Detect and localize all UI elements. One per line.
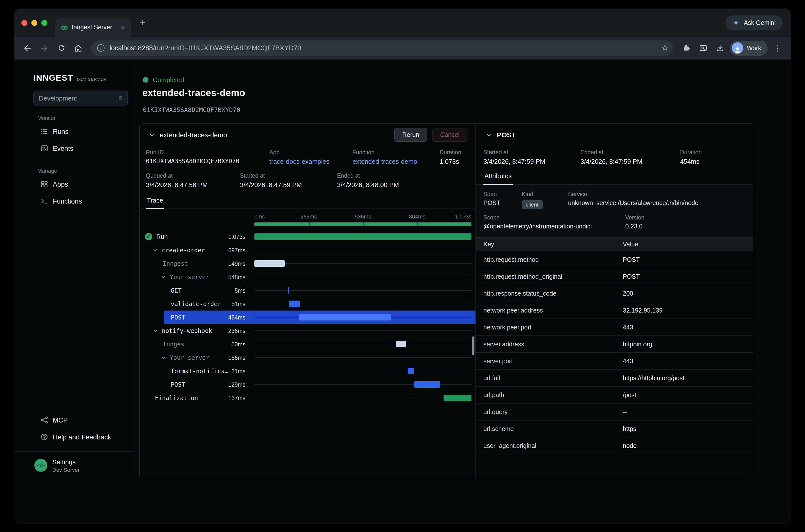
span-name: Inngest [163,260,188,267]
span-label: create-order697ms [140,247,255,253]
attribute-value: 32.192.95.139 [623,307,662,314]
address-bar[interactable]: i localhost:8288/run?runID=01KJXTWA35SA8… [91,40,673,56]
span-bar[interactable] [396,341,406,347]
site-info-icon[interactable]: i [97,44,105,52]
trace-row-validate-order[interactable]: validate-order51ms [140,297,475,310]
span-bar[interactable] [414,381,440,388]
inngest-logo: INNGEST [33,74,73,82]
extensions-button[interactable] [678,40,694,56]
app-page: INNGEST DEV SERVER Development Monitor [15,60,790,479]
avatar-icon [732,42,743,54]
sidebar-item-help[interactable]: Help and Feedback [15,429,134,445]
chevron-down-icon[interactable] [161,274,168,280]
trace-row-post[interactable]: POST454ms [140,310,475,324]
axis-tick: 0ms [255,213,265,220]
attribute-key: user_agent.original [483,442,623,450]
span-tabs: Attributes [476,170,753,185]
meta-started-at: Started at 3/4/2026, 8:47:59 PM [240,173,337,194]
trace-row-get[interactable]: GET5ms [140,284,475,297]
collapse-chevron-icon[interactable] [149,132,155,138]
attribute-row: user_agent.originalnode [476,438,753,455]
sidebar-item-runs[interactable]: Runs [15,123,134,140]
scrollbar-thumb[interactable] [472,337,474,355]
screenshot-stage: Inngest Server × + Ask Gemini [0,0,805,532]
attribute-value: -- [623,408,627,416]
sidebar-item-apps[interactable]: Apps [15,176,134,193]
home-button[interactable] [70,40,86,56]
tab-attributes[interactable]: Attributes [483,170,513,185]
meta-label: Duration [439,149,475,155]
meta-run-id: Run ID 01KJXTWA35SA8D2MCQF7BXYD70 [146,149,269,169]
tab-close-icon[interactable]: × [119,23,127,31]
menu-kebab-button[interactable]: ⋮ [770,40,786,56]
forward-button[interactable] [36,40,52,56]
back-button[interactable] [19,40,35,56]
trace-row-inngest[interactable]: Inngest50ms [140,337,475,351]
trace-row-notify-webhook[interactable]: notify-webhook236ms [140,324,475,337]
span-details-panel: POST Started at 3/4/2026, 8:47:59 PM End… [476,124,753,478]
trace-row-finalization[interactable]: Finalization137ms [140,391,475,405]
span-duration: 454ms [228,314,255,320]
trace-row-inngest[interactable]: Inngest149ms [140,257,475,270]
attribute-key: server.address [483,341,623,348]
trace-row-your-server[interactable]: Your server548ms [140,270,475,284]
span-label: POST454ms [140,314,255,321]
span-bar[interactable] [444,395,471,401]
function-link[interactable]: extended-traces-demo [353,158,439,165]
sidebar-item-mcp[interactable]: MCP [15,412,134,429]
environment-selector[interactable]: Development [33,91,128,106]
span-bar[interactable] [408,368,414,374]
ask-gemini-button[interactable]: Ask Gemini [725,15,783,30]
span-meta-started: Started at 3/4/2026, 8:47:59 PM [483,149,580,170]
browser-window: Inngest Server × + Ask Gemini [15,9,790,523]
track-line [255,398,471,398]
tab-search-button[interactable] [695,40,711,56]
attributes-table-body: http.request.methodPOSThttp.request.meth… [476,251,753,455]
trace-row-your-server[interactable]: Your server186ms [140,351,475,364]
sidebar-item-functions[interactable]: Functions [15,193,134,210]
trace-row-create-order[interactable]: create-order697ms [140,243,475,257]
rerun-button[interactable]: Rerun [394,128,427,142]
attribute-value: https://httpbin.org/post [623,375,684,382]
chevron-down-icon[interactable] [153,328,160,333]
trace-row-post[interactable]: POST129ms [140,378,475,391]
minimize-window-button[interactable] [31,20,37,26]
track-line [255,304,471,304]
downloads-button[interactable] [712,40,728,56]
trace-row-format-notifica[interactable]: format-notifica…31ms [140,364,475,378]
sidebar-footer: MCP Help and Feedback [15,412,134,445]
span-bar[interactable] [255,233,471,240]
span-name: GET [171,287,182,294]
attribute-value: node [623,442,637,450]
profile-button[interactable]: Work [730,41,768,56]
span-collapse-chevron-icon[interactable] [486,132,492,138]
attribute-value: 200 [623,290,633,297]
new-tab-button[interactable]: + [137,17,148,28]
span-label: validate-order51ms [140,300,255,307]
tab-trace[interactable]: Trace [146,194,164,209]
span-timeline [255,391,471,405]
attribute-key: server.port [483,358,623,365]
url-host: localhost:8288 [110,44,153,52]
reload-button[interactable] [53,40,69,56]
app-link[interactable]: trace-docs-examples [269,158,353,165]
span-info-value: POST [483,200,522,207]
bookmark-star-icon[interactable] [661,44,669,52]
span-timeline [255,310,471,324]
fullscreen-window-button[interactable] [41,20,47,26]
chevron-down-icon[interactable] [153,248,160,252]
span-label: ✓Run1.073s [140,233,255,240]
sidebar-item-settings[interactable]: </> Settings Dev Server [15,451,134,479]
span-label: POST129ms [140,381,255,388]
attribute-row: http.response.status_code200 [476,285,753,302]
close-window-button[interactable] [21,20,27,26]
span-bar[interactable] [255,260,284,267]
tab-inngest-server[interactable]: Inngest Server × [55,18,131,37]
span-name: Finalization [155,394,198,401]
chevron-down-icon[interactable] [161,355,168,360]
trace-row-run[interactable]: ✓Run1.073s [140,230,475,243]
cancel-button[interactable]: Cancel [432,128,467,142]
sidebar-item-events[interactable]: Events [15,140,134,157]
span-bar[interactable] [299,314,391,321]
span-bar[interactable] [289,301,299,307]
